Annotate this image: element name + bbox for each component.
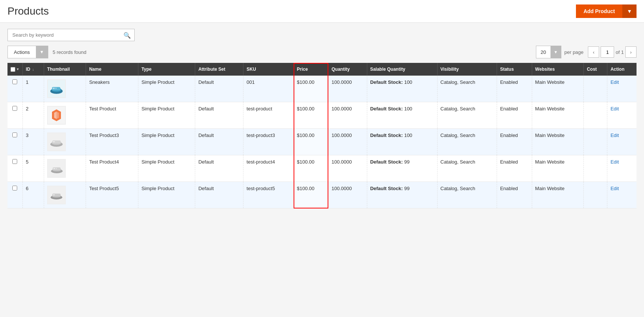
next-page-button[interactable]: › [625,46,637,58]
row-checkbox[interactable] [12,106,17,111]
cell-attribute-set: Default [195,155,243,182]
cell-name: Test Product4 [86,155,138,182]
cell-sku: test-product3 [243,129,294,155]
cell-quantity: 100.0000 [328,155,367,182]
table-row: 3 Test Product3Simple ProductDefaulttest… [7,129,637,155]
cell-price: $100.00 [294,76,328,102]
id-sort-icon: ↓ [32,67,34,71]
header-checkbox-dropdown[interactable]: ▼ [16,67,19,71]
page-of-label: of 1 [616,49,624,55]
cell-thumbnail [44,76,86,102]
svg-rect-25 [53,194,55,195]
edit-link[interactable]: Edit [610,106,619,112]
salable-stock-label: Default Stock: [370,106,403,112]
cell-cost [584,155,607,182]
header-id[interactable]: ID ↓ [22,63,44,76]
header-price[interactable]: Price [294,63,328,76]
cell-salable-quantity: Default Stock: 100 [367,102,437,129]
cell-name: Sneakers [86,76,138,102]
cell-cost [584,129,607,155]
pagination: ‹ of 1 › [588,46,637,58]
cell-id: 5 [22,155,44,182]
cell-price: $100.00 [294,129,328,155]
add-product-dropdown-button[interactable]: ▼ [622,4,637,18]
per-page-select[interactable]: 20 ▼ [536,46,561,58]
cell-type: Simple Product [138,102,195,129]
records-count: 5 records found [53,49,86,55]
cell-cost [584,76,607,102]
select-all-checkbox[interactable] [10,67,15,72]
row-checkbox[interactable] [12,159,17,164]
cell-salable-quantity: Default Stock: 99 [367,155,437,182]
page-number-input[interactable] [601,46,614,58]
actions-dropdown[interactable]: Actions ▼ [7,46,48,58]
edit-link[interactable]: Edit [610,132,619,138]
header-status[interactable]: Status [497,63,532,76]
per-page-wrapper: 20 ▼ per page [536,46,584,58]
cell-visibility: Catalog, Search [437,182,497,208]
edit-link[interactable]: Edit [610,186,619,191]
svg-rect-19 [53,168,55,169]
edit-link[interactable]: Edit [610,159,619,165]
search-input-wrapper: 🔍 [7,29,135,41]
svg-rect-14 [53,141,55,142]
edit-link[interactable]: Edit [610,79,619,85]
per-page-dropdown-arrow[interactable]: ▼ [551,46,561,58]
thumbnail-image [47,79,66,98]
header-checkbox-col: ▼ [7,63,22,76]
cell-action[interactable]: Edit [607,76,637,102]
cell-visibility: Catalog, Search [437,155,497,182]
search-input[interactable] [7,29,135,41]
row-checkbox[interactable] [12,132,17,137]
table-row: 5 Test Product4Simple ProductDefaulttest… [7,155,637,182]
header-type[interactable]: Type [138,63,195,76]
header-quantity[interactable]: Quantity [328,63,367,76]
cell-visibility: Catalog, Search [437,102,497,129]
per-page-value: 20 [536,49,551,55]
header-visibility[interactable]: Visibility [437,63,497,76]
row-checkbox[interactable] [12,79,17,84]
cell-name: Test Product [86,102,138,129]
header-name[interactable]: Name [86,63,138,76]
cell-sku: test-product [243,102,294,129]
actions-label: Actions [8,49,36,55]
cell-type: Simple Product [138,182,195,208]
add-product-button[interactable]: Add Product [576,4,622,18]
header-websites[interactable]: Websites [532,63,583,76]
cell-quantity: 100.0000 [328,76,367,102]
cell-websites: Main Website [532,76,583,102]
row-checkbox[interactable] [12,186,17,190]
cell-type: Simple Product [138,76,195,102]
svg-rect-20 [56,168,57,169]
cell-name: Test Product5 [86,182,138,208]
svg-rect-4 [53,88,55,89]
header-cost[interactable]: Cost [584,63,607,76]
cell-quantity: 100.0000 [328,102,367,129]
prev-page-button[interactable]: ‹ [588,46,599,58]
header-attribute-set[interactable]: Attribute Set [195,63,243,76]
header-sku[interactable]: SKU [243,63,294,76]
cell-websites: Main Website [532,102,583,129]
cell-id: 2 [22,102,44,129]
cell-quantity: 100.0000 [328,182,367,208]
actions-dropdown-arrow[interactable]: ▼ [36,46,48,58]
cell-thumbnail [44,129,86,155]
thumbnail-image [47,186,66,204]
cell-action[interactable]: Edit [607,155,637,182]
salable-stock-label: Default Stock: [370,132,403,138]
cell-salable-quantity: Default Stock: 100 [367,76,437,102]
cell-action[interactable]: Edit [607,182,637,208]
cell-status: Enabled [497,129,532,155]
cell-attribute-set: Default [195,76,243,102]
cell-type: Simple Product [138,155,195,182]
table-row: 6 Test Product5Simple ProductDefaulttest… [7,182,637,208]
cell-action[interactable]: Edit [607,129,637,155]
thumbnail-image [47,132,66,151]
header-salable-quantity[interactable]: Salable Quantity [367,63,437,76]
cell-cost [584,102,607,129]
cell-action[interactable]: Edit [607,102,637,129]
cell-thumbnail [44,155,86,182]
toolbar: Actions ▼ 5 records found 20 ▼ per page … [7,46,637,58]
per-page-label: per page [564,49,583,55]
search-icon[interactable]: 🔍 [123,31,131,39]
